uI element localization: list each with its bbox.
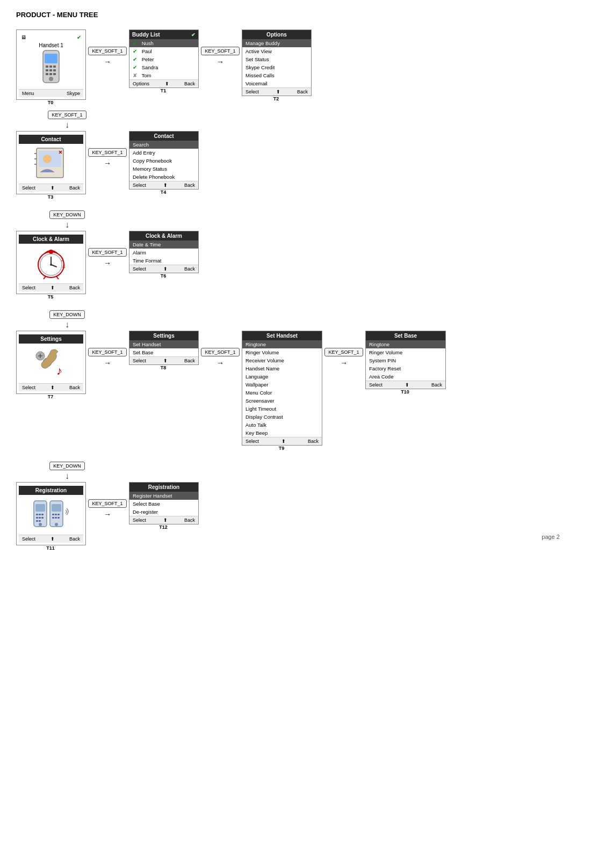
t6-footer: Select ⬆ Back	[129, 265, 198, 273]
svg-line-26	[56, 276, 59, 279]
t4-footer-back: Back	[184, 183, 195, 188]
t6-footer-nav: ⬆	[163, 266, 168, 272]
t6-item-timeformat: Time Format	[129, 257, 198, 265]
t9-footer: Select ⬆ Back	[242, 437, 322, 445]
settings-svg: ♪	[32, 345, 70, 380]
down-key-t3-t5: KEY_DOWN ↓	[32, 208, 102, 231]
down-key-t0-t3: KEY_SOFT_1 ↓	[32, 108, 102, 131]
peter-text: Peter	[142, 56, 154, 62]
t2-footer-back: Back	[297, 89, 308, 94]
arrow-right-t3: →	[104, 159, 111, 167]
svg-point-27	[49, 250, 53, 254]
key-down-label-3: KEY_DOWN	[49, 310, 85, 319]
t5-label: T5	[48, 294, 54, 300]
t6-screen-col: Clock & Alarm Date & Time Alarm Time For…	[129, 231, 199, 279]
t2-item-manage: Manage Buddy	[242, 39, 311, 47]
t10-item-ringtone: Ringtone	[366, 340, 445, 348]
svg-rect-41	[39, 514, 41, 515]
key-soft1-label-t9: KEY_SOFT_1	[324, 348, 363, 356]
svg-point-2	[49, 77, 53, 81]
svg-rect-9	[46, 73, 48, 75]
t8-screen: Settings Set Handset Set Base Select ⬆ B…	[129, 331, 199, 365]
check-icon-green: ✔	[77, 34, 81, 40]
nush-icon: ✔	[133, 40, 140, 46]
t2-title: Options	[242, 30, 311, 39]
arrow-right-t0: →	[104, 57, 111, 66]
t9-item-receivervolume: Receiver Volume	[242, 356, 322, 364]
svg-rect-52	[55, 514, 57, 515]
t8-footer-back: Back	[184, 358, 195, 363]
t1-title: Buddy List ✔	[129, 30, 198, 39]
t3-label: T3	[48, 194, 54, 200]
svg-point-39	[39, 523, 42, 526]
t5-footer-back: Back	[69, 285, 80, 290]
t12-footer-back: Back	[184, 517, 195, 523]
arrow-t7-down: KEY_DOWN ↓	[49, 461, 85, 481]
t8-screen-col: Settings Set Handset Set Base Select ⬆ B…	[129, 331, 199, 370]
key-soft1-label-t11: KEY_SOFT_1	[88, 499, 126, 508]
t1-item-tom: ✘ Tom	[129, 71, 198, 79]
t4-label: T4	[161, 189, 167, 195]
t11-image	[19, 495, 83, 533]
t2-footer-select: Select	[246, 89, 259, 94]
t3-footer-nav: ⬆	[50, 185, 55, 191]
t1-screen-col: Buddy List ✔ ✔ Nush ✔ Paul ✔ Peter ✔ S	[129, 30, 199, 93]
t4-footer: Select ⬆ Back	[129, 181, 198, 189]
t12-footer-nav: ⬆	[163, 517, 168, 523]
t4-item-search: Search	[129, 141, 198, 149]
svg-rect-8	[53, 69, 56, 71]
page-number: page 2	[542, 534, 560, 540]
t7-footer-back: Back	[69, 385, 80, 390]
key-soft1-t9: KEY_SOFT_1 →	[322, 331, 365, 367]
t4-item-addentry: Add Entry	[129, 149, 198, 157]
t5-handset-col: Clock & Alarm	[16, 231, 86, 300]
t9-item-menucolor: Menu Color	[242, 389, 322, 397]
t7-screen-title: Settings	[19, 334, 83, 344]
t2-item-activeview: Active View	[242, 47, 311, 55]
t5-screen-title: Clock & Alarm	[19, 235, 83, 244]
t6-item-datetime: Date & Time	[129, 240, 198, 249]
svg-rect-43	[36, 517, 38, 519]
t0-handset-box: 🖥 ✔ Handset 1	[16, 30, 86, 100]
t11-handset-col: Registration	[16, 482, 86, 551]
svg-rect-53	[57, 514, 60, 515]
t3-handset-col: Contact Selec	[16, 131, 86, 200]
contact-svg	[32, 145, 70, 180]
svg-point-50	[55, 523, 58, 526]
t1-screen: Buddy List ✔ ✔ Nush ✔ Paul ✔ Peter ✔ S	[129, 30, 199, 88]
t0-footer-skype: Skype	[67, 91, 80, 96]
t6-footer-select: Select	[133, 266, 146, 272]
t6-title: Clock & Alarm	[129, 231, 198, 240]
t8-footer: Select ⬆ Back	[129, 356, 198, 364]
key-soft1-label-t3: KEY_SOFT_1	[88, 148, 126, 157]
t12-item-deregister: De-register	[129, 508, 198, 516]
t5-handset-box: Clock & Alarm	[16, 231, 86, 294]
t9-label: T9	[279, 446, 285, 451]
t5-footer-select: Select	[22, 285, 35, 290]
t9-footer-nav: ⬆	[281, 439, 286, 444]
down-key-t7-t11: KEY_DOWN ↓	[32, 459, 102, 482]
sandra-icon: ✔	[133, 64, 140, 70]
key-soft1-t7: KEY_SOFT_1 →	[86, 331, 129, 367]
arrow-right-t7: →	[104, 359, 111, 367]
svg-rect-56	[57, 517, 60, 519]
t2-footer-nav: ⬆	[276, 89, 280, 94]
t2-item-voicemail: Voicemail	[242, 79, 311, 87]
t7-handset-col: Settings ♪	[16, 331, 86, 399]
t0-handset-image	[19, 49, 83, 87]
arrow-t0-down: KEY_SOFT_1 ↓	[48, 110, 86, 130]
t7-footer-nav: ⬆	[50, 385, 55, 390]
t10-screen-col: Set Base Ringtone Ringer Volume System P…	[365, 331, 446, 395]
tree-row-contact: Contact Selec	[16, 131, 576, 200]
t6-footer-back: Back	[184, 266, 195, 272]
svg-rect-5	[53, 65, 56, 68]
tom-icon: ✘	[133, 72, 140, 78]
t9-item-ringtone: Ringtone	[242, 340, 322, 348]
arrow-down-2: ↓	[65, 220, 69, 230]
tree-row-registration: Registration	[16, 482, 576, 551]
t1-item-peter: ✔ Peter	[129, 55, 198, 63]
t9-screen: Set Handset Ringtone Ringer Volume Recei…	[242, 331, 322, 446]
t9-item-screensaver: Screensaver	[242, 397, 322, 405]
handset-device-label: Handset 1	[19, 41, 83, 49]
t3-footer: Select ⬆ Back	[19, 184, 83, 192]
